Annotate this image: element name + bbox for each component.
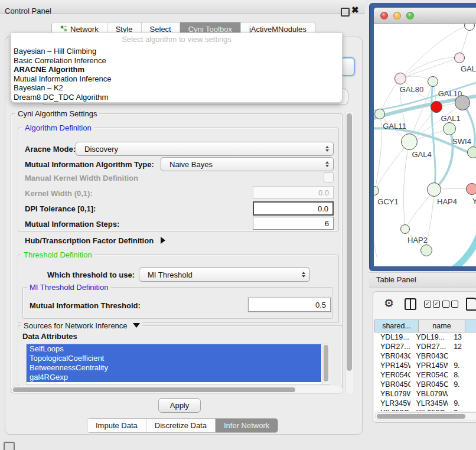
column-header-a[interactable]: A bbox=[465, 319, 476, 332]
close-traffic-light[interactable] bbox=[380, 12, 388, 19]
inference-algorithm-combobox-fragment[interactable] bbox=[341, 57, 355, 76]
attribute-item-selfloops[interactable]: SelfLoops bbox=[27, 344, 321, 354]
node-gal80[interactable] bbox=[395, 73, 406, 84]
algorithm-option-bayesian-k2[interactable]: Bayesian – K2 bbox=[11, 83, 342, 93]
node-gal10[interactable] bbox=[428, 76, 438, 87]
dpi-tolerance-field[interactable]: 0.0 bbox=[253, 201, 334, 216]
node-gal4[interactable] bbox=[401, 133, 418, 150]
network-window-titlebar[interactable] bbox=[374, 8, 476, 24]
node-gray[interactable] bbox=[455, 95, 470, 110]
bottom-tab-discretize-data[interactable]: Discretize Data bbox=[146, 419, 216, 432]
dpi-tolerance-label: DPI Tolerance [0,1]: bbox=[25, 204, 96, 213]
node-salmon[interactable] bbox=[466, 183, 476, 195]
attribute-item-gal4rgexp[interactable]: gal4RGexp bbox=[27, 373, 321, 382]
node-hap4[interactable] bbox=[427, 182, 441, 197]
bottom-tab-impute-data[interactable]: Impute Data bbox=[87, 419, 146, 432]
gear-icon[interactable]: ⚙ bbox=[384, 296, 394, 309]
mi-algorithm-type-value: Naive Bayes bbox=[169, 160, 213, 169]
table-row[interactable]: YLR345WYLR345W9. bbox=[374, 399, 476, 408]
table-row[interactable]: YBR043CYBR043C bbox=[374, 351, 476, 361]
table-cell: 9. bbox=[448, 408, 476, 411]
hub-section-toggle[interactable]: Hub/Transcription Factor Definition bbox=[25, 236, 165, 245]
bottom-tab-infer-network[interactable]: Infer Network bbox=[216, 419, 278, 432]
algorithm-option-basic-correlation-inference[interactable]: Basic Correlation Inference bbox=[11, 56, 342, 66]
table-cell: YDL19... bbox=[410, 332, 448, 342]
table-cell: 9. bbox=[448, 399, 476, 408]
node-gal1-label: GAL1 bbox=[441, 114, 460, 123]
table-cell: YPR145W bbox=[410, 361, 448, 370]
table-cell: YER054C bbox=[410, 370, 448, 380]
sources-group-toggle[interactable]: Sources for Network Inference bbox=[21, 321, 142, 330]
columns-icon[interactable] bbox=[405, 298, 416, 310]
table-cell: 12 bbox=[448, 342, 476, 351]
zoom-traffic-light[interactable] bbox=[406, 12, 414, 19]
aracne-mode-combobox[interactable]: Discovery bbox=[76, 142, 334, 156]
which-threshold-value: MI Threshold bbox=[148, 270, 193, 279]
table-row[interactable]: YIL052CYIL052C9. bbox=[374, 408, 476, 411]
panel-corner-icon[interactable] bbox=[4, 442, 15, 450]
which-threshold-combobox[interactable]: MI Threshold bbox=[139, 268, 310, 282]
table-cell: YBR045C bbox=[410, 380, 448, 389]
table-cell: 9. bbox=[448, 380, 476, 389]
attribute-item-topologicalcoefficient[interactable]: TopologicalCoefficient bbox=[27, 354, 321, 363]
network-canvas[interactable]: GALGAL80GAL10GAL1GAL11GAL4SWI4GCY1HAP4YH… bbox=[374, 24, 476, 266]
mi-algorithm-type-combobox[interactable]: Naive Bayes bbox=[161, 157, 334, 171]
table-cell bbox=[448, 351, 476, 361]
node-gal-clip-label: GAL bbox=[461, 64, 476, 73]
attributes-scroll-thumb[interactable] bbox=[324, 345, 328, 381]
deselect-all-columns-icon[interactable] bbox=[442, 301, 458, 308]
algorithm-option-mutual-information-inference[interactable]: Mutual Information Inference bbox=[11, 74, 342, 84]
mi-steps-field[interactable]: 6 bbox=[253, 217, 334, 230]
node-gal11[interactable] bbox=[374, 109, 385, 119]
node-hap2-label: HAP2 bbox=[407, 236, 428, 244]
table-horizontal-scrollbar[interactable] bbox=[375, 412, 476, 420]
table-row[interactable]: YPR145WYPR145W9. bbox=[374, 361, 476, 370]
column-header-name[interactable]: name bbox=[419, 319, 465, 332]
algorithm-option-bayesian-hill-climbing[interactable]: Bayesian – Hill Climbing bbox=[11, 47, 342, 56]
node-gal1[interactable] bbox=[431, 101, 442, 113]
node-gal-clip[interactable] bbox=[454, 53, 465, 63]
table-row[interactable]: YDR27...YDR27...12 bbox=[374, 342, 476, 351]
manual-kernel-checkbox[interactable] bbox=[324, 172, 334, 182]
table-row[interactable]: YBR045CYBR045C9. bbox=[374, 380, 476, 389]
table-row[interactable]: YBL079WYBL079W bbox=[374, 389, 476, 399]
bottom-tab-impute-data-label: Impute Data bbox=[96, 421, 138, 430]
close-icon[interactable]: ✖ bbox=[351, 5, 359, 15]
table-cell: YBL079W bbox=[410, 389, 448, 399]
combo-stepper-icon bbox=[325, 146, 329, 152]
mi-threshold-field[interactable]: 0.5 bbox=[248, 298, 331, 312]
mi-threshold-label: Mutual Information Threshold: bbox=[30, 301, 141, 310]
settings-vertical-scrollbar[interactable] bbox=[345, 112, 353, 393]
float-window-icon[interactable] bbox=[341, 8, 350, 17]
table-row[interactable]: YDL19...YDL19...13 bbox=[374, 332, 476, 342]
minimize-traffic-light[interactable] bbox=[393, 12, 401, 19]
mi-algorithm-type-label: Mutual Information Algorithm Type: bbox=[25, 160, 154, 169]
table-row[interactable]: YER054CYER054C8. bbox=[374, 370, 476, 380]
export-table-icon[interactable] bbox=[466, 298, 476, 311]
kernel-width-field[interactable]: 0.0 bbox=[253, 186, 334, 199]
settings-scroll-thumb[interactable] bbox=[347, 113, 352, 371]
table-hscroll-thumb[interactable] bbox=[377, 414, 465, 419]
select-all-columns-icon[interactable]: ✓✓ bbox=[424, 301, 440, 308]
node-bottom[interactable] bbox=[420, 244, 432, 256]
attributes-list-scrollbar[interactable] bbox=[322, 344, 330, 384]
node-gal4-label: GAL4 bbox=[412, 150, 431, 159]
node-gcy1-label: GCY1 bbox=[377, 197, 398, 206]
algorithm-option-dream8-dc-tdc-algorithm[interactable]: Dream8 DC_TDC Algorithm bbox=[11, 93, 342, 102]
table-header-row: shared...nameA bbox=[374, 319, 476, 332]
table-cell: YPR145W bbox=[374, 361, 410, 370]
network-window: GALGAL80GAL10GAL1GAL11GAL4SWI4GCY1HAP4YH… bbox=[374, 8, 476, 266]
apply-button[interactable]: Apply bbox=[158, 398, 201, 413]
algorithm-option-aracne-algorithm[interactable]: ARACNE Algorithm bbox=[11, 65, 342, 74]
settings-hscroll-thumb[interactable] bbox=[13, 387, 295, 392]
settings-horizontal-scrollbar[interactable] bbox=[11, 386, 343, 394]
chevron-down-icon bbox=[133, 323, 140, 328]
column-header-shared[interactable]: shared... bbox=[374, 319, 419, 332]
combo-stepper-icon bbox=[302, 272, 305, 278]
node-green-right[interactable] bbox=[467, 146, 476, 158]
attribute-item-betweennesscentrality[interactable]: BetweennessCentrality bbox=[27, 363, 321, 373]
node-hap2[interactable] bbox=[400, 224, 410, 234]
chevron-right-icon bbox=[161, 237, 165, 244]
node-swi4[interactable] bbox=[443, 122, 456, 135]
kernel-width-label: Kernel Width (0,1): bbox=[25, 189, 93, 198]
